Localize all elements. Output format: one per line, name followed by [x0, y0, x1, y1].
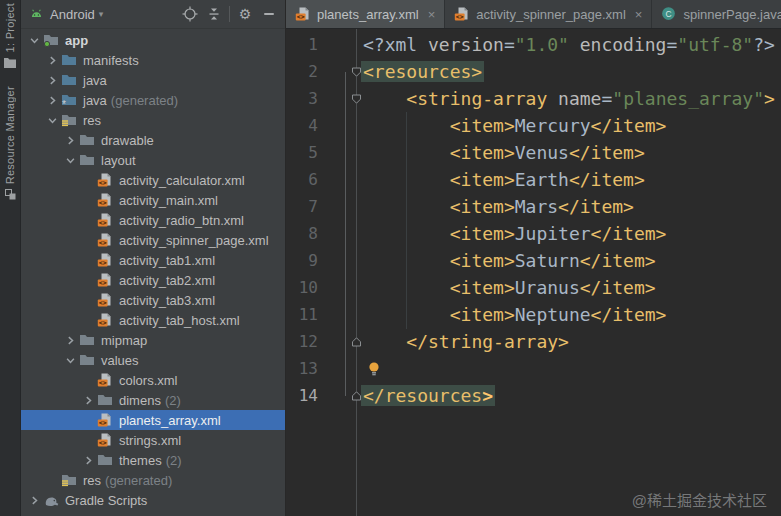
tree-item-suffix: (generated): [111, 93, 178, 108]
settings-gear-icon[interactable]: ⚙: [233, 3, 257, 25]
tree-item-label: activity_tab_host.xml: [119, 313, 240, 328]
project-view-selector[interactable]: Android: [50, 7, 95, 22]
chevron-placeholder: [79, 432, 97, 448]
editor-body[interactable]: 1<?xml version="1.0" encoding="utf-8"?>2…: [286, 29, 781, 516]
folder-blue-icon: [61, 72, 77, 88]
tree-item-layout[interactable]: layout: [21, 150, 285, 170]
tab-label: activity_spinner_page.xml: [476, 7, 626, 22]
chevron-expanded-icon[interactable]: [43, 112, 61, 128]
chevron-placeholder: [43, 472, 61, 488]
tree-item-label: res: [83, 473, 101, 488]
svg-text:*: *: [62, 99, 66, 109]
code-line-11[interactable]: 11 <item>Neptune</item>: [286, 301, 781, 328]
tree-item-activity-calculator-xml[interactable]: <>activity_calculator.xml: [21, 170, 285, 190]
tree-item-activity-radio-btn-xml[interactable]: <>activity_radio_btn.xml: [21, 210, 285, 230]
line-number: 11: [286, 301, 318, 328]
tree-item-dimens-2[interactable]: dimens(2): [21, 390, 285, 410]
code-text: <item>Neptune</item>: [363, 301, 666, 328]
line-number: 10: [286, 274, 318, 301]
code-line-12[interactable]: 12 </string-array>: [286, 328, 781, 355]
code-text: <resources>: [363, 58, 482, 85]
chevron-collapsed-icon[interactable]: [43, 72, 61, 88]
xml-file-icon: <>: [97, 212, 113, 228]
tab-close-icon[interactable]: ×: [428, 8, 436, 21]
tree-item-res-generated[interactable]: res(generated): [21, 470, 285, 490]
fold-end-icon[interactable]: [350, 335, 363, 348]
chevron-placeholder: [79, 232, 97, 248]
chevron-collapsed-icon[interactable]: [43, 52, 61, 68]
svg-text:<>: <>: [99, 239, 107, 247]
chevron-collapsed-icon[interactable]: [79, 392, 97, 408]
tree-item-colors-xml[interactable]: <>colors.xml: [21, 370, 285, 390]
tree-item-gradle-scripts[interactable]: Gradle Scripts: [21, 490, 285, 510]
tab-activity-spinner-page-xml[interactable]: <>activity_spinner_page.xml×: [445, 0, 652, 28]
tree-item-label: mipmap: [101, 333, 147, 348]
code-text: <item>Saturn</item>: [363, 247, 656, 274]
folder-gray-icon: [79, 352, 95, 368]
code-line-4[interactable]: 4 <item>Mercury</item>: [286, 112, 781, 139]
tree-item-app[interactable]: app: [21, 30, 285, 50]
code-line-3[interactable]: 3 <string-array name="planes_array">: [286, 85, 781, 112]
tree-item-values[interactable]: values: [21, 350, 285, 370]
matched-tag-highlight: </resources>: [363, 385, 493, 406]
code-line-1[interactable]: 1<?xml version="1.0" encoding="utf-8"?>: [286, 31, 781, 58]
tree-item-strings-xml[interactable]: <>strings.xml: [21, 430, 285, 450]
svg-text:<>: <>: [99, 319, 107, 327]
tree-item-suffix: (2): [166, 453, 182, 468]
tree-item-activity-tab2-xml[interactable]: <>activity_tab2.xml: [21, 270, 285, 290]
fold-start-icon[interactable]: [350, 92, 363, 105]
chevron-placeholder: [79, 172, 97, 188]
tool-button-resource-manager[interactable]: Resource Manager: [0, 86, 20, 200]
tab-planets-array-xml[interactable]: <>planets_array.xml×: [286, 0, 445, 28]
tab-spinnerpage-java[interactable]: CspinnerPage.java×: [652, 0, 781, 28]
chevron-collapsed-icon[interactable]: [43, 92, 61, 108]
collapse-all-icon[interactable]: [202, 3, 226, 25]
tree-item-activity-main-xml[interactable]: <>activity_main.xml: [21, 190, 285, 210]
locate-icon[interactable]: [178, 3, 202, 25]
code-line-7[interactable]: 7 <item>Mars</item>: [286, 193, 781, 220]
code-line-10[interactable]: 10 <item>Uranus</item>: [286, 274, 781, 301]
svg-text:<>: <>: [99, 219, 107, 227]
tree-item-activity-spinner-page-xml[interactable]: <>activity_spinner_page.xml: [21, 230, 285, 250]
tree-item-java-generated[interactable]: *java(generated): [21, 90, 285, 110]
editor-area: <>planets_array.xml× <>activity_spinner_…: [285, 0, 781, 516]
code-line-8[interactable]: 8 <item>Jupiter</item>: [286, 220, 781, 247]
tree-item-activity-tab-host-xml[interactable]: <>activity_tab_host.xml: [21, 310, 285, 330]
chevron-placeholder: [79, 272, 97, 288]
tree-item-planets-array-xml[interactable]: <>planets_array.xml: [21, 410, 285, 430]
code-line-14[interactable]: 14</resources>: [286, 382, 781, 409]
tool-button-project[interactable]: 1: Project: [0, 3, 20, 68]
chevron-expanded-icon[interactable]: [61, 352, 79, 368]
chevron-collapsed-icon[interactable]: [61, 332, 79, 348]
folder-res-icon: [61, 472, 77, 488]
code-line-13[interactable]: 13: [286, 355, 781, 382]
tree-item-java[interactable]: java: [21, 70, 285, 90]
chevron-collapsed-icon[interactable]: [25, 492, 43, 508]
chevron-collapsed-icon[interactable]: [79, 452, 97, 468]
code-line-5[interactable]: 5 <item>Venus</item>: [286, 139, 781, 166]
code-line-2[interactable]: 2<resources>: [286, 58, 781, 85]
hide-panel-icon[interactable]: [257, 3, 281, 25]
code-line-9[interactable]: 9 <item>Saturn</item>: [286, 247, 781, 274]
chevron-collapsed-icon[interactable]: [61, 132, 79, 148]
line-number: 3: [286, 85, 318, 112]
line-number: 1: [286, 31, 318, 58]
chevron-expanded-icon[interactable]: [25, 32, 43, 48]
tree-item-manifests[interactable]: manifests: [21, 50, 285, 70]
fold-start-icon[interactable]: [350, 65, 363, 78]
tree-item-activity-tab3-xml[interactable]: <>activity_tab3.xml: [21, 290, 285, 310]
line-number: 5: [286, 139, 318, 166]
tree-item-themes-2[interactable]: themes(2): [21, 450, 285, 470]
chevron-placeholder: [79, 372, 97, 388]
intention-bulb-icon[interactable]: [368, 361, 380, 376]
chevron-placeholder: [79, 312, 97, 328]
code-line-6[interactable]: 6 <item>Earth</item>: [286, 166, 781, 193]
tree-item-mipmap[interactable]: mipmap: [21, 330, 285, 350]
chevron-expanded-icon[interactable]: [61, 152, 79, 168]
tree-item-activity-tab1-xml[interactable]: <>activity_tab1.xml: [21, 250, 285, 270]
tree-item-drawable[interactable]: drawable: [21, 130, 285, 150]
tree-item-label: drawable: [101, 133, 154, 148]
tab-close-icon[interactable]: ×: [635, 8, 643, 21]
tree-item-res[interactable]: res: [21, 110, 285, 130]
fold-end-icon[interactable]: [350, 389, 363, 402]
